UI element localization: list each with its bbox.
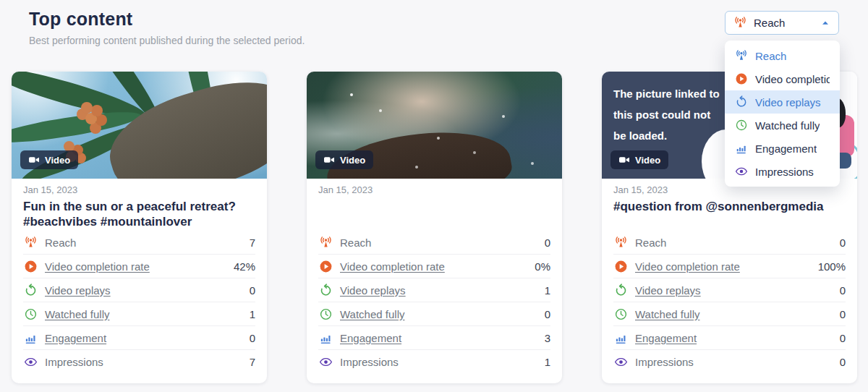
metric-value: 0 — [840, 332, 846, 344]
post-title[interactable] — [318, 199, 550, 229]
replay-icon — [318, 284, 333, 297]
video-camera-icon — [28, 154, 40, 166]
post-thumbnail-ocean-waves[interactable]: Video — [307, 72, 562, 179]
post-date: Jan 15, 2023 — [318, 184, 550, 196]
metric-value: 0 — [840, 284, 846, 297]
reach-icon — [23, 236, 38, 250]
metric-row-engagement: Engagement 0 — [23, 326, 255, 350]
video-badge: Video — [610, 150, 668, 169]
bar-chart-icon — [318, 331, 333, 345]
section-header: Top content Best performing content publ… — [29, 9, 305, 46]
metrics-list: Reach 0 Video completion rate 100% Video… — [613, 231, 846, 374]
coconuts-art — [81, 102, 93, 114]
metric-value: 1 — [545, 356, 550, 368]
menu-item-label: Video replays — [755, 96, 821, 108]
metric-link[interactable]: Video completion rate — [45, 260, 150, 273]
metric-dropdown-menu: Reach Video completion rate Video replay… — [725, 41, 840, 187]
metric-row-reach: Reach 7 — [23, 231, 255, 255]
metric-link[interactable]: Engagement — [340, 332, 401, 344]
metric-label: Impressions — [45, 356, 103, 368]
palm-trunk-art — [98, 72, 267, 179]
video-camera-icon — [618, 154, 630, 166]
metric-value: 0 — [840, 237, 846, 249]
metric-link[interactable]: Engagement — [635, 332, 697, 344]
menu-item-engagement[interactable]: Engagement — [725, 137, 840, 160]
metric-value: 42% — [234, 260, 255, 273]
metric-link[interactable]: Video replays — [635, 284, 701, 297]
play-circle-icon — [23, 260, 38, 273]
video-camera-icon — [323, 154, 335, 166]
metric-label: Impressions — [635, 356, 694, 368]
metric-value: 0 — [840, 308, 846, 320]
metric-value: 0 — [545, 308, 550, 320]
replay-icon — [613, 284, 628, 297]
eye-icon — [23, 355, 38, 369]
play-circle-icon — [613, 260, 628, 273]
metric-row-video-replays: Video replays 0 — [23, 278, 255, 302]
menu-item-video-completion-rate[interactable]: Video completion rate — [725, 67, 840, 90]
metric-value: 100% — [818, 260, 846, 273]
menu-item-video-replays[interactable]: Video replays — [725, 90, 840, 114]
metric-link[interactable]: Video completion rate — [340, 260, 445, 273]
metric-row-reach: Reach 0 — [318, 231, 550, 255]
reach-icon — [613, 236, 628, 250]
video-badge: Video — [315, 150, 373, 169]
post-thumbnail-palm-tree[interactable]: Video — [12, 72, 267, 179]
eye-icon — [318, 355, 333, 369]
bar-chart-icon — [613, 331, 628, 345]
metric-dropdown-button[interactable]: Reach — [725, 11, 839, 35]
metric-row-impressions: Impressions 1 — [318, 350, 550, 374]
rock-art — [323, 118, 516, 179]
metric-value: 7 — [250, 356, 255, 368]
menu-item-impressions[interactable]: Impressions — [725, 160, 840, 183]
menu-item-label: Reach — [755, 50, 786, 62]
chevron-up-icon — [820, 18, 830, 28]
metric-link[interactable]: Watched fully — [635, 308, 699, 320]
menu-item-watched-fully[interactable]: Watched fully — [725, 114, 840, 137]
eye-icon — [735, 165, 748, 178]
content-card-1: Video Jan 15, 2023 Fun in the sun or a p… — [12, 72, 267, 383]
dropdown-selected-label: Reach — [754, 17, 785, 29]
video-badge-label: Video — [340, 155, 365, 166]
metric-row-video-completion-rate: Video completion rate 100% — [613, 255, 846, 278]
metric-value: 0% — [535, 260, 550, 273]
post-title[interactable]: Fun in the sun or a peaceful retreat? #b… — [23, 199, 255, 229]
post-title[interactable]: #question from @sonnenbergmedia — [613, 199, 846, 229]
menu-item-label: Engagement — [755, 142, 817, 155]
menu-item-label: Video completion rate — [755, 73, 830, 85]
metrics-list: Reach 7 Video completion rate 42% Video … — [23, 231, 255, 374]
metric-row-video-replays: Video replays 1 — [318, 278, 550, 302]
menu-item-label: Watched fully — [755, 119, 820, 132]
video-badge: Video — [20, 150, 78, 169]
metric-label: Impressions — [340, 356, 399, 368]
reach-icon — [318, 236, 333, 250]
image-error-message: The picture linked to this post could no… — [613, 83, 722, 146]
bar-chart-icon — [735, 142, 748, 155]
metrics-list: Reach 0 Video completion rate 0% Video r… — [318, 231, 550, 374]
metric-link[interactable]: Video completion rate — [635, 260, 740, 273]
metric-row-engagement: Engagement 3 — [318, 326, 550, 350]
metric-link[interactable]: Video replays — [340, 284, 406, 297]
menu-item-label: Impressions — [755, 166, 814, 178]
menu-item-reach[interactable]: Reach — [725, 44, 840, 67]
metric-label: Reach — [45, 237, 76, 249]
metric-link[interactable]: Watched fully — [340, 308, 404, 320]
clock-icon — [613, 307, 628, 321]
metric-value: 1 — [250, 308, 255, 320]
clock-icon — [735, 119, 748, 132]
metric-row-video-replays: Video replays 0 — [613, 278, 846, 302]
metric-link[interactable]: Video replays — [45, 284, 111, 297]
metric-row-reach: Reach 0 — [613, 231, 846, 255]
metric-link[interactable]: Watched fully — [45, 308, 109, 320]
metric-value: 0 — [840, 356, 846, 368]
post-date: Jan 15, 2023 — [23, 184, 255, 196]
metric-row-video-completion-rate: Video completion rate 0% — [318, 255, 550, 278]
metric-value: 3 — [545, 332, 550, 344]
play-circle-icon — [735, 72, 748, 85]
metric-label: Reach — [635, 237, 666, 249]
page-subtitle: Best performing content published during… — [29, 35, 305, 46]
clock-icon — [318, 307, 333, 321]
bar-chart-icon — [23, 331, 38, 345]
metric-value: 0 — [545, 237, 550, 249]
metric-link[interactable]: Engagement — [45, 332, 106, 344]
